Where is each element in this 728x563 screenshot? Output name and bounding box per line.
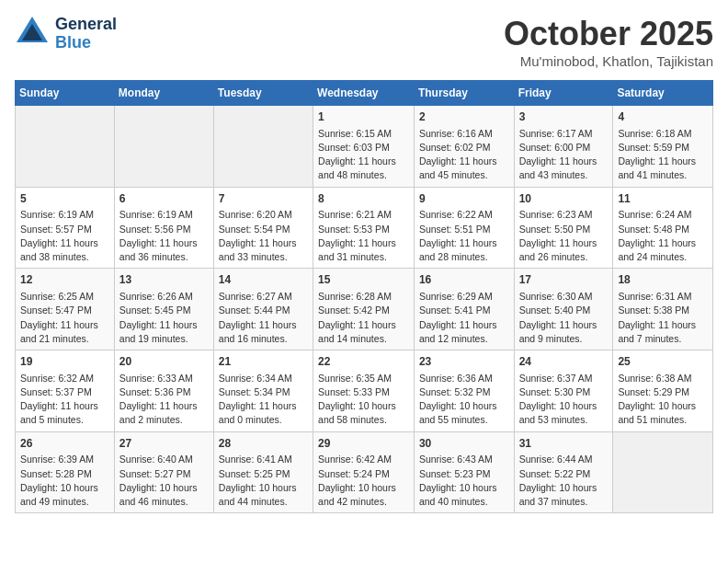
column-header-tuesday: Tuesday: [213, 81, 313, 106]
day-info: Sunrise: 6:32 AM Sunset: 5:37 PM Dayligh…: [20, 372, 109, 428]
day-number: 25: [618, 354, 708, 370]
calendar-cell: 11Sunrise: 6:24 AM Sunset: 5:48 PM Dayli…: [613, 187, 713, 269]
day-number: 7: [219, 191, 308, 207]
calendar-cell: 16Sunrise: 6:29 AM Sunset: 5:41 PM Dayli…: [414, 269, 514, 350]
day-number: 27: [119, 436, 209, 452]
calendar-table: SundayMondayTuesdayWednesdayThursdayFrid…: [15, 80, 713, 513]
day-number: 28: [219, 436, 308, 452]
calendar-header-row: SundayMondayTuesdayWednesdayThursdayFrid…: [16, 81, 713, 106]
calendar-cell: 22Sunrise: 6:35 AM Sunset: 5:33 PM Dayli…: [313, 350, 415, 432]
calendar-cell: 21Sunrise: 6:34 AM Sunset: 5:34 PM Dayli…: [213, 350, 313, 432]
calendar-cell: 31Sunrise: 6:44 AM Sunset: 5:22 PM Dayli…: [514, 431, 613, 513]
day-info: Sunrise: 6:17 AM Sunset: 6:00 PM Dayligh…: [519, 127, 609, 183]
day-info: Sunrise: 6:26 AM Sunset: 5:45 PM Dayligh…: [119, 290, 209, 346]
calendar-cell: [16, 106, 115, 188]
day-number: 13: [119, 272, 209, 288]
day-info: Sunrise: 6:44 AM Sunset: 5:22 PM Dayligh…: [519, 453, 609, 509]
day-info: Sunrise: 6:33 AM Sunset: 5:36 PM Dayligh…: [119, 372, 209, 428]
day-number: 9: [419, 191, 509, 207]
logo-text-blue: Blue: [55, 34, 117, 52]
calendar-cell: [213, 106, 313, 188]
calendar-cell: [613, 431, 713, 513]
day-info: Sunrise: 6:19 AM Sunset: 5:57 PM Dayligh…: [20, 208, 109, 264]
day-info: Sunrise: 6:19 AM Sunset: 5:56 PM Dayligh…: [119, 208, 209, 264]
calendar-cell: 10Sunrise: 6:23 AM Sunset: 5:50 PM Dayli…: [514, 187, 613, 269]
calendar-cell: 26Sunrise: 6:39 AM Sunset: 5:28 PM Dayli…: [16, 431, 115, 513]
column-header-thursday: Thursday: [414, 81, 514, 106]
calendar-cell: 29Sunrise: 6:42 AM Sunset: 5:24 PM Dayli…: [313, 431, 415, 513]
day-info: Sunrise: 6:28 AM Sunset: 5:42 PM Dayligh…: [318, 290, 409, 346]
day-number: 12: [20, 272, 109, 288]
column-header-friday: Friday: [514, 81, 613, 106]
calendar-cell: 3Sunrise: 6:17 AM Sunset: 6:00 PM Daylig…: [514, 106, 613, 188]
calendar-cell: 14Sunrise: 6:27 AM Sunset: 5:44 PM Dayli…: [213, 269, 313, 350]
month-title: October 2025: [504, 15, 713, 53]
logo: General Blue: [15, 15, 117, 53]
day-info: Sunrise: 6:40 AM Sunset: 5:27 PM Dayligh…: [119, 453, 209, 509]
calendar-cell: 25Sunrise: 6:38 AM Sunset: 5:29 PM Dayli…: [613, 350, 713, 432]
calendar-cell: 5Sunrise: 6:19 AM Sunset: 5:57 PM Daylig…: [16, 187, 115, 269]
day-info: Sunrise: 6:22 AM Sunset: 5:51 PM Dayligh…: [419, 208, 509, 264]
day-number: 21: [219, 354, 308, 370]
day-info: Sunrise: 6:41 AM Sunset: 5:25 PM Dayligh…: [219, 453, 308, 509]
day-number: 29: [318, 436, 409, 452]
day-info: Sunrise: 6:35 AM Sunset: 5:33 PM Dayligh…: [318, 372, 409, 428]
calendar-cell: 27Sunrise: 6:40 AM Sunset: 5:27 PM Dayli…: [114, 431, 213, 513]
day-number: 14: [219, 272, 308, 288]
logo-text-general: General: [55, 16, 117, 34]
calendar-week-row: 19Sunrise: 6:32 AM Sunset: 5:37 PM Dayli…: [16, 350, 713, 432]
calendar-cell: 20Sunrise: 6:33 AM Sunset: 5:36 PM Dayli…: [114, 350, 213, 432]
day-number: 19: [20, 354, 109, 370]
day-number: 1: [318, 109, 409, 125]
day-info: Sunrise: 6:31 AM Sunset: 5:38 PM Dayligh…: [618, 290, 708, 346]
calendar-cell: 18Sunrise: 6:31 AM Sunset: 5:38 PM Dayli…: [613, 269, 713, 350]
location-subtitle: Mu'minobod, Khatlon, Tajikistan: [504, 53, 713, 69]
day-info: Sunrise: 6:38 AM Sunset: 5:29 PM Dayligh…: [618, 372, 708, 428]
column-header-wednesday: Wednesday: [313, 81, 415, 106]
column-header-monday: Monday: [114, 81, 213, 106]
day-info: Sunrise: 6:42 AM Sunset: 5:24 PM Dayligh…: [318, 453, 409, 509]
day-number: 3: [519, 109, 609, 125]
calendar-cell: 12Sunrise: 6:25 AM Sunset: 5:47 PM Dayli…: [16, 269, 115, 350]
logo-icon: [15, 15, 50, 53]
calendar-cell: 9Sunrise: 6:22 AM Sunset: 5:51 PM Daylig…: [414, 187, 514, 269]
day-info: Sunrise: 6:24 AM Sunset: 5:48 PM Dayligh…: [618, 208, 708, 264]
calendar-cell: [114, 106, 213, 188]
day-info: Sunrise: 6:29 AM Sunset: 5:41 PM Dayligh…: [419, 290, 509, 346]
day-number: 30: [419, 436, 509, 452]
day-number: 10: [519, 191, 609, 207]
calendar-cell: 17Sunrise: 6:30 AM Sunset: 5:40 PM Dayli…: [514, 269, 613, 350]
day-info: Sunrise: 6:36 AM Sunset: 5:32 PM Dayligh…: [419, 372, 509, 428]
calendar-cell: 23Sunrise: 6:36 AM Sunset: 5:32 PM Dayli…: [414, 350, 514, 432]
day-number: 18: [618, 272, 708, 288]
day-info: Sunrise: 6:43 AM Sunset: 5:23 PM Dayligh…: [419, 453, 509, 509]
calendar-cell: 2Sunrise: 6:16 AM Sunset: 6:02 PM Daylig…: [414, 106, 514, 188]
day-number: 6: [119, 191, 209, 207]
day-info: Sunrise: 6:37 AM Sunset: 5:30 PM Dayligh…: [519, 372, 609, 428]
day-number: 16: [419, 272, 509, 288]
calendar-cell: 4Sunrise: 6:18 AM Sunset: 5:59 PM Daylig…: [613, 106, 713, 188]
day-info: Sunrise: 6:18 AM Sunset: 5:59 PM Dayligh…: [618, 127, 708, 183]
page-header: General Blue October 2025 Mu'minobod, Kh…: [15, 15, 713, 69]
day-info: Sunrise: 6:15 AM Sunset: 6:03 PM Dayligh…: [318, 127, 409, 183]
calendar-week-row: 1Sunrise: 6:15 AM Sunset: 6:03 PM Daylig…: [16, 106, 713, 188]
day-info: Sunrise: 6:16 AM Sunset: 6:02 PM Dayligh…: [419, 127, 509, 183]
calendar-cell: 7Sunrise: 6:20 AM Sunset: 5:54 PM Daylig…: [213, 187, 313, 269]
calendar-cell: 1Sunrise: 6:15 AM Sunset: 6:03 PM Daylig…: [313, 106, 415, 188]
day-info: Sunrise: 6:21 AM Sunset: 5:53 PM Dayligh…: [318, 208, 409, 264]
day-number: 20: [119, 354, 209, 370]
day-number: 8: [318, 191, 409, 207]
day-number: 23: [419, 354, 509, 370]
calendar-cell: 24Sunrise: 6:37 AM Sunset: 5:30 PM Dayli…: [514, 350, 613, 432]
calendar-week-row: 5Sunrise: 6:19 AM Sunset: 5:57 PM Daylig…: [16, 187, 713, 269]
column-header-saturday: Saturday: [613, 81, 713, 106]
calendar-week-row: 26Sunrise: 6:39 AM Sunset: 5:28 PM Dayli…: [16, 431, 713, 513]
day-number: 26: [20, 436, 109, 452]
day-number: 4: [618, 109, 708, 125]
day-info: Sunrise: 6:23 AM Sunset: 5:50 PM Dayligh…: [519, 208, 609, 264]
calendar-cell: 13Sunrise: 6:26 AM Sunset: 5:45 PM Dayli…: [114, 269, 213, 350]
day-info: Sunrise: 6:25 AM Sunset: 5:47 PM Dayligh…: [20, 290, 109, 346]
day-info: Sunrise: 6:27 AM Sunset: 5:44 PM Dayligh…: [219, 290, 308, 346]
column-header-sunday: Sunday: [16, 81, 115, 106]
calendar-cell: 8Sunrise: 6:21 AM Sunset: 5:53 PM Daylig…: [313, 187, 415, 269]
